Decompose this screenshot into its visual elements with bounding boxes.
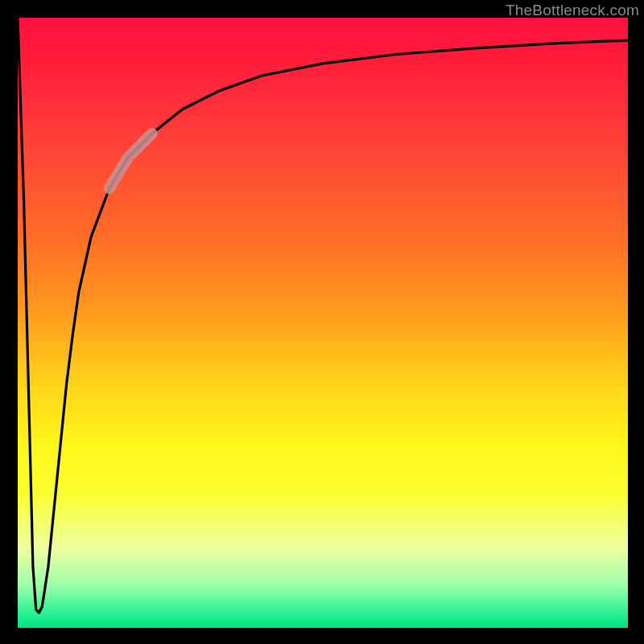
bottleneck-curve [18, 18, 628, 613]
watermark-text: TheBottleneck.com [506, 2, 639, 19]
chart-frame: TheBottleneck.com [0, 0, 644, 644]
curve-svg [18, 18, 628, 628]
plot-area [18, 18, 628, 628]
marker-segment [109, 134, 152, 188]
